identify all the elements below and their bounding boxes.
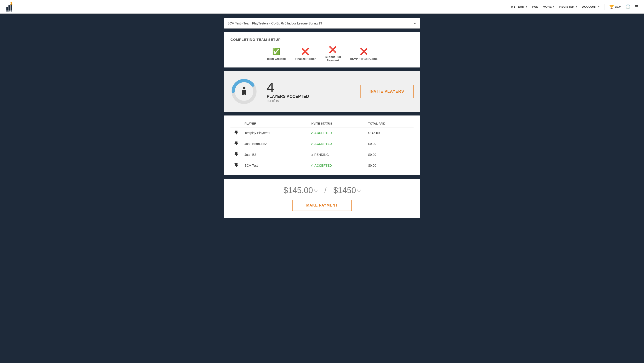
invite-status: ⊙ PENDING <box>308 149 366 160</box>
table-row: Juan B2⊙ PENDING$0.00 <box>230 149 414 160</box>
x-circle-icon-2: ❌ <box>329 46 337 53</box>
player-name: BCV Test <box>242 160 308 171</box>
invite-status: ✔ ACCEPTED <box>308 127 366 138</box>
payment-card: $145.00 ⓘ / $1450 ⓘ MAKE PAYMENT <box>224 179 420 218</box>
nav-account[interactable]: ACCOUNT ▼ <box>582 5 600 8</box>
amount-total: $1450 ⓘ <box>333 186 360 195</box>
hamburger-icon[interactable]: ☰ <box>635 4 638 9</box>
donut-chart <box>230 78 258 105</box>
svg-rect-0 <box>6 7 8 11</box>
nav-divider <box>604 4 605 10</box>
total-paid: $0.00 <box>366 138 414 149</box>
nav-my-team[interactable]: MY TEAM ▼ <box>511 5 528 8</box>
col-icon <box>230 120 242 127</box>
nav-trophy[interactable]: 🏆 BCV <box>609 4 621 9</box>
chevron-down-icon: ▼ <box>526 5 528 8</box>
nav-faq[interactable]: FAQ <box>532 5 538 8</box>
logo: BIG CITY <box>6 1 17 12</box>
col-status: INVITE STATUS <box>308 120 366 127</box>
setup-steps: ✅ Team Created ❌ Finalize Roster ❌ Submi… <box>230 46 414 62</box>
main-content: BCV Test - Team PlayTesters - Co-Ed 6v6 … <box>220 13 424 222</box>
player-name: Juan Bermudez <box>242 138 308 149</box>
chevron-down-icon: ▼ <box>552 5 555 8</box>
league-selector[interactable]: BCV Test - Team PlayTesters - Co-Ed 6v6 … <box>224 18 420 28</box>
svg-point-4 <box>11 2 12 3</box>
dropdown-arrow-icon: ▼ <box>413 21 416 25</box>
svg-rect-2 <box>11 4 12 10</box>
trophy-icon-cell <box>230 138 242 149</box>
players-card: 4 PLAYERS ACCEPTED out of 10 INVITE PLAY… <box>224 71 420 112</box>
setup-title: COMPLETING TEAM SETUP <box>230 37 414 41</box>
step-submit-payment: ❌ Submit FullPayment <box>325 46 341 62</box>
chevron-down-icon: ▼ <box>598 5 600 8</box>
check-circle-icon: ✅ <box>272 48 280 55</box>
nav-register[interactable]: REGISTER ▼ <box>559 5 578 8</box>
table-header-row: PLAYER INVITE STATUS TOTAL PAID <box>230 120 414 127</box>
logo-icon: BIG CITY <box>6 1 17 12</box>
clock-icon[interactable]: 🕐 <box>626 4 630 9</box>
invite-status: ✔ ACCEPTED <box>308 138 366 149</box>
question-icon-2[interactable]: ⓘ <box>357 188 360 192</box>
svg-rect-10 <box>242 93 244 95</box>
players-count: 4 <box>267 81 309 94</box>
x-circle-icon-3: ❌ <box>360 48 368 55</box>
col-paid: TOTAL PAID <box>366 120 414 127</box>
trophy-icon-cell <box>230 149 242 160</box>
setup-card: COMPLETING TEAM SETUP ✅ Team Created ❌ F… <box>224 32 420 67</box>
trophy-icon: 🏆 <box>609 4 614 9</box>
players-info: 4 PLAYERS ACCEPTED out of 10 <box>267 81 309 103</box>
step-rsvp: ❌ RSVP For 1st Game <box>350 48 378 60</box>
question-icon-1[interactable]: ⓘ <box>314 188 318 192</box>
trophy-icon-cell <box>230 160 242 171</box>
nav-more[interactable]: MORE ▼ <box>543 5 555 8</box>
table-row: Juan Bermudez✔ ACCEPTED$0.00 <box>230 138 414 149</box>
svg-rect-11 <box>244 93 246 95</box>
invite-players-button[interactable]: INVITE PLAYERS <box>360 85 414 98</box>
person-icon <box>241 86 248 97</box>
header: BIG CITY MY TEAM ▼ FAQ MORE ▼ REGISTER ▼… <box>0 0 644 13</box>
col-player: PLAYER <box>242 120 308 127</box>
player-name: Testplay Playtest1 <box>242 127 308 138</box>
payment-slash: / <box>324 186 326 195</box>
roster-card: PLAYER INVITE STATUS TOTAL PAID Testplay… <box>224 115 420 175</box>
roster-table: PLAYER INVITE STATUS TOTAL PAID Testplay… <box>230 120 414 171</box>
x-circle-icon: ❌ <box>302 48 309 55</box>
table-row: Testplay Playtest1✔ ACCEPTED$145.00 <box>230 127 414 138</box>
chevron-down-icon: ▼ <box>575 5 578 8</box>
trophy-icon-cell <box>230 127 242 138</box>
total-paid: $0.00 <box>366 160 414 171</box>
total-paid: $145.00 <box>366 127 414 138</box>
step-team-created: ✅ Team Created <box>266 48 286 60</box>
player-name: Juan B2 <box>242 149 308 160</box>
total-paid: $0.00 <box>366 149 414 160</box>
players-label: PLAYERS ACCEPTED <box>267 94 309 99</box>
table-row: BCV Test✔ ACCEPTED$0.00 <box>230 160 414 171</box>
step-finalize-roster: ❌ Finalize Roster <box>295 48 316 60</box>
main-nav: MY TEAM ▼ FAQ MORE ▼ REGISTER ▼ ACCOUNT … <box>511 4 638 10</box>
amount-paid: $145.00 ⓘ <box>284 186 318 195</box>
make-payment-button[interactable]: MAKE PAYMENT <box>292 200 352 211</box>
svg-text:BIG CITY: BIG CITY <box>6 11 12 12</box>
payment-row: $145.00 ⓘ / $1450 ⓘ <box>284 186 360 195</box>
invite-status: ✔ ACCEPTED <box>308 160 366 171</box>
players-sub: out of 10 <box>267 99 309 103</box>
svg-point-8 <box>243 87 246 89</box>
svg-rect-1 <box>8 5 10 10</box>
